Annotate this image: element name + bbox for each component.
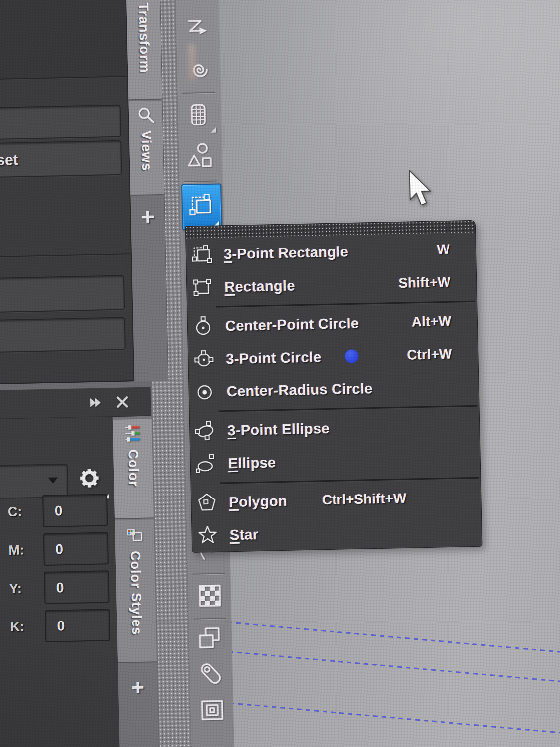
menu-shortcut: Ctrl+W	[407, 346, 452, 363]
plus-icon: +	[131, 675, 145, 700]
toolbox-separator	[184, 181, 217, 182]
nested-squares-tool-icon	[196, 694, 228, 728]
collapse-docker-button[interactable]	[87, 394, 105, 411]
channel-label: C:	[7, 504, 22, 520]
reset-button[interactable]: Reset	[0, 140, 122, 179]
center-radius-circle-icon	[189, 380, 220, 404]
three-point-rectangle-tool-icon	[187, 191, 216, 223]
menu-item-center-radius-circle[interactable]: Center-Radius Circle	[189, 370, 479, 409]
channel-value: 0	[55, 541, 63, 557]
menu-item-label: 3-Point Ellipse	[227, 420, 330, 438]
menu-shortcut: W	[437, 242, 450, 258]
channel-input[interactable]: 0	[43, 532, 109, 566]
common-shapes-tool[interactable]	[178, 136, 223, 178]
rectangle-icon	[187, 276, 218, 299]
menu-item-label: 3-Point Rectangle	[224, 244, 349, 262]
menu-item-rectangle[interactable]: Rectangle Shift+W	[187, 265, 477, 304]
menu-item-center-point-circle[interactable]: Center-Point Circle Alt+W	[187, 304, 477, 343]
mouse-cursor	[407, 169, 434, 207]
graph-paper-tool[interactable]	[177, 97, 222, 138]
three-point-rectangle-tool[interactable]	[181, 183, 222, 230]
tab-color-styles[interactable]: Color Styles	[115, 519, 157, 663]
channel-value: 0	[54, 503, 62, 519]
tab-color-label: Color	[125, 449, 142, 487]
channel-label: M:	[8, 542, 24, 558]
polygon-icon	[191, 491, 223, 514]
tab-views[interactable]: Views	[128, 101, 164, 196]
three-point-ellipse-icon	[190, 419, 221, 443]
menu-item-ellipse[interactable]: Ellipse	[190, 442, 480, 481]
channel-input[interactable]: 0	[42, 494, 108, 527]
menu-item-label: Center-Radius Circle	[226, 380, 372, 400]
add-docker-tab-button[interactable]: +	[131, 196, 165, 237]
menu-item-label: Center-Point Circle	[225, 315, 359, 334]
menu-item-label: Ellipse	[228, 454, 276, 472]
menu-item-3-point-ellipse[interactable]: 3-Point Ellipse	[190, 409, 480, 448]
flyout-indicator-icon	[211, 127, 216, 133]
checkerboard-tool-icon	[194, 579, 226, 614]
menu-shortcut: Shift+W	[398, 274, 451, 291]
transform-field[interactable]	[0, 275, 125, 313]
magnifier-icon	[136, 106, 155, 127]
channel-row-cyan: C: 0	[0, 494, 115, 529]
add-docker-tab-button[interactable]: +	[118, 667, 158, 707]
curve-tool-icon	[182, 14, 214, 48]
color-sliders-icon	[122, 423, 143, 446]
tab-transform-label: Transform	[135, 2, 152, 73]
nested-squares-tool[interactable]	[190, 690, 234, 732]
menu-item-label: Star	[229, 526, 258, 543]
eraser-tool-icon	[195, 658, 227, 692]
tab-views-label: Views	[138, 130, 155, 171]
color-styles-icon	[124, 525, 145, 547]
menu-item-polygon[interactable]: Polygon Ctrl+Shift+W	[191, 481, 481, 519]
application-window: Reset Transform Views +	[0, 0, 560, 747]
channel-row-yellow: Y: 0	[0, 570, 117, 606]
menu-shortcut: Ctrl+Shift+W	[322, 491, 406, 508]
toolbox-separator	[192, 573, 225, 574]
channel-row-magenta: M: 0	[0, 532, 116, 568]
toolbox-separator	[193, 618, 226, 619]
star-icon	[192, 523, 223, 547]
menu-item-3-point-circle[interactable]: 3-Point Circle Ctrl+W	[188, 337, 478, 376]
transform-field[interactable]	[0, 105, 121, 141]
transform-docker: Reset	[0, 0, 134, 385]
close-docker-button[interactable]	[114, 393, 131, 411]
menu-item-label: Polygon	[229, 493, 287, 510]
channel-input[interactable]: 0	[44, 570, 109, 604]
plus-icon: +	[140, 203, 155, 231]
channel-input[interactable]: 0	[45, 609, 110, 642]
overlapping-rectangles-tool-icon	[194, 623, 226, 657]
color-tab-strip: Color Color Styles +	[113, 416, 159, 747]
gear-icon	[74, 462, 105, 496]
color-docker-header	[0, 387, 151, 420]
chevron-down-icon	[46, 473, 60, 489]
blue-dot-indicator	[345, 349, 359, 363]
tab-color[interactable]: Color	[113, 419, 154, 519]
menu-shortcut: Alt+W	[411, 313, 451, 330]
color-docker: C: 0 M: 0 Y: 0 K: 0	[0, 417, 120, 747]
tab-color-styles-label: Color Styles	[127, 551, 145, 635]
docker-section	[0, 0, 127, 80]
channel-value: 0	[56, 580, 64, 596]
center-point-circle-icon	[188, 315, 219, 338]
menu-item-3-point-rectangle[interactable]: 3-Point Rectangle W	[186, 233, 476, 271]
checkerboard-tool[interactable]	[188, 576, 232, 618]
channel-label: Y:	[9, 581, 22, 597]
three-point-rectangle-icon	[186, 243, 217, 266]
ellipse-icon	[190, 452, 222, 476]
tab-transform[interactable]: Transform	[126, 0, 162, 100]
common-shapes-tool-icon	[184, 140, 217, 175]
divider	[0, 253, 131, 258]
curve-tool[interactable]	[176, 10, 221, 52]
screen-reflection	[188, 43, 196, 80]
spiral-tool-icon	[183, 54, 215, 88]
menu-item-label: 3-Point Circle	[226, 349, 322, 367]
reset-button-label: Reset	[0, 151, 18, 169]
menu-item-label: Rectangle	[224, 277, 295, 295]
channel-row-black: K: 0	[0, 609, 117, 644]
shape-tools-flyout-menu: 3-Point Rectangle W Rectangle Shift+W Ce…	[185, 220, 483, 553]
transform-field[interactable]	[0, 317, 126, 353]
toolbox-separator	[182, 92, 215, 94]
menu-item-star[interactable]: Star	[192, 513, 482, 552]
spiral-tool[interactable]	[176, 50, 221, 92]
